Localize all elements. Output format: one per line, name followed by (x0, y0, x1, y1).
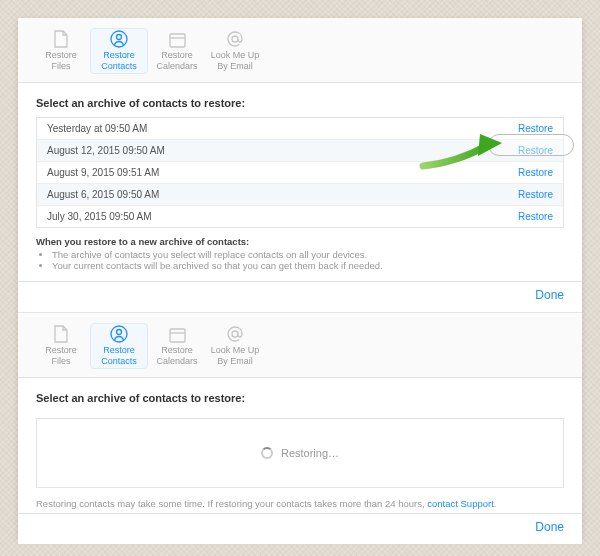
tab-label: Restore (161, 50, 193, 60)
archive-row: August 6, 2015 09:50 AM Restore (37, 183, 563, 205)
restore-link[interactable]: Restore (518, 123, 553, 134)
restore-link[interactable]: Restore (518, 189, 553, 200)
archive-date: July 30, 2015 09:50 AM (47, 211, 152, 222)
note-item: The archive of contacts you select will … (52, 249, 564, 260)
tab-label: Restore (45, 345, 77, 355)
done-button[interactable]: Done (535, 288, 564, 302)
restoring-status: Restoring… (36, 418, 564, 488)
tab-label: Restore (103, 345, 135, 355)
tab-label: By Email (217, 356, 253, 366)
file-icon (50, 30, 72, 48)
svg-point-1 (117, 35, 122, 40)
tab-label: Restore (45, 50, 77, 60)
tab-label: Calendars (156, 356, 197, 366)
tab-label: Restore (103, 50, 135, 60)
note-item: Your current contacts will be archived s… (52, 260, 564, 271)
at-icon (224, 30, 246, 48)
look-me-up-tab[interactable]: Look Me Up By Email (206, 28, 264, 74)
look-me-up-tab[interactable]: Look Me Up By Email (206, 323, 264, 369)
tab-label: Look Me Up (211, 345, 260, 355)
tab-label: Files (51, 356, 70, 366)
svg-rect-2 (170, 34, 185, 47)
tab-label: Calendars (156, 61, 197, 71)
done-button[interactable]: Done (535, 520, 564, 534)
restoring-label: Restoring… (281, 447, 339, 459)
tab-label: Contacts (101, 61, 137, 71)
done-row: Done (18, 513, 582, 544)
tab-label: Files (51, 61, 70, 71)
restore-contacts-tab[interactable]: Restore Contacts (90, 323, 148, 369)
contact-icon (108, 325, 130, 343)
contact-support-link[interactable]: contact Support (427, 498, 494, 509)
notes-title: When you restore to a new archive of con… (36, 236, 564, 247)
restore-notes: When you restore to a new archive of con… (18, 228, 582, 277)
restore-link[interactable]: Restore (518, 167, 553, 178)
archive-row: August 9, 2015 09:51 AM Restore (37, 161, 563, 183)
archive-date: Yesterday at 09:50 AM (47, 123, 147, 134)
calendar-icon (166, 327, 188, 343)
restore-files-tab[interactable]: Restore Files (32, 323, 90, 369)
toolbar: Restore Files Restore Contacts Restore (18, 313, 582, 378)
restore-files-tab[interactable]: Restore Files (32, 28, 90, 74)
restore-contacts-tab[interactable]: Restore Contacts (90, 28, 148, 74)
footer-note-text: Restoring contacts may take some time. I… (36, 498, 427, 509)
spinner-icon (261, 447, 273, 459)
calendar-icon (166, 32, 188, 48)
done-row: Done (18, 281, 582, 312)
section-heading: Select an archive of contacts to restore… (18, 378, 582, 412)
archive-row: August 12, 2015 09:50 AM Restore (37, 139, 563, 161)
toolbar: Restore Files Restore Contacts Restore (18, 18, 582, 83)
section-heading: Select an archive of contacts to restore… (18, 83, 582, 117)
restore-calendars-tab[interactable]: Restore Calendars (148, 28, 206, 74)
archive-row: July 30, 2015 09:50 AM Restore (37, 205, 563, 227)
restore-archive-panel: Restore Files Restore Contacts Restore (18, 18, 582, 312)
tab-label: Look Me Up (211, 50, 260, 60)
archive-date: August 9, 2015 09:51 AM (47, 167, 159, 178)
archive-date: August 6, 2015 09:50 AM (47, 189, 159, 200)
contact-icon (108, 30, 130, 48)
footer-note-after: . (494, 498, 497, 509)
archive-date: August 12, 2015 09:50 AM (47, 145, 165, 156)
footer-note: Restoring contacts may take some time. I… (36, 498, 564, 509)
restore-link[interactable]: Restore (518, 145, 553, 156)
svg-rect-6 (170, 329, 185, 342)
svg-point-7 (232, 331, 238, 337)
svg-point-3 (232, 36, 238, 42)
file-icon (50, 325, 72, 343)
at-icon (224, 325, 246, 343)
archive-row: Yesterday at 09:50 AM Restore (37, 118, 563, 139)
archive-list: Yesterday at 09:50 AM Restore August 12,… (36, 117, 564, 228)
tab-label: Contacts (101, 356, 137, 366)
restoring-progress-panel: Restore Files Restore Contacts Restore (18, 313, 582, 544)
tab-label: Restore (161, 345, 193, 355)
restore-calendars-tab[interactable]: Restore Calendars (148, 323, 206, 369)
svg-point-5 (117, 330, 122, 335)
tab-label: By Email (217, 61, 253, 71)
restore-link[interactable]: Restore (518, 211, 553, 222)
